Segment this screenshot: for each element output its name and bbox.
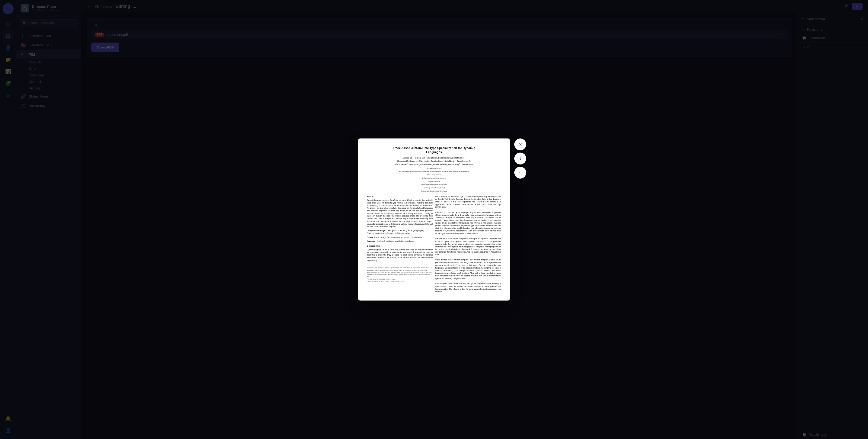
modal-close-button[interactable]: ✕ xyxy=(514,138,526,150)
pdf-categories: Categories and Subject Descriptors D.3.4… xyxy=(367,229,433,235)
pdf-col-1: Abstract Dynamic languages such as JavaS… xyxy=(367,195,433,293)
pdf-affil-4: University of California, Irvine† xyxy=(367,187,501,189)
pdf-col2-text: and is used for the application logic of… xyxy=(435,195,501,293)
pdf-footer-note: Permission to make digital or hard copie… xyxy=(367,265,433,282)
pdf-general-terms: General Terms Design, Experimentation, M… xyxy=(367,236,433,239)
modal-controls: ✕ ↕ ↔ xyxy=(514,138,526,178)
pdf-modal: Trace-based Just-in-Time Type Specializa… xyxy=(358,138,510,301)
pdf-affil-3: Intel Corporation° xyxy=(367,180,501,183)
pdf-affil-3-email: {mohammad.r.haghighat}@intel.com xyxy=(367,183,501,186)
pdf-abstract-heading: Abstract xyxy=(367,195,433,198)
pdf-affil-2-email: {edwsmith,rreitmai}@adobe.com xyxy=(367,177,501,179)
modal-expand-button[interactable]: ↔ xyxy=(514,167,526,178)
pdf-affil-1: Mozilla Corporation* xyxy=(367,167,501,170)
pdf-affil-4-email: {mbebenitc,changm,franz}@uci.edu xyxy=(367,190,501,193)
pdf-intro-text: Dynamic languages such as JavaScript, Py… xyxy=(367,248,433,262)
pdf-col-2: and is used for the application logic of… xyxy=(435,195,501,293)
pdf-columns: Abstract Dynamic languages such as JavaS… xyxy=(367,195,501,293)
modal-fit-button[interactable]: ↕ xyxy=(514,153,526,165)
pdf-modal-overlay[interactable]: Trace-based Just-in-Time Type Specializa… xyxy=(0,0,868,439)
pdf-intro-heading: 1. Introduction xyxy=(367,245,433,248)
pdf-affil-2: Adobe Corporation# xyxy=(367,174,501,176)
pdf-abstract-text: Dynamic languages such as JavaScript are… xyxy=(367,199,433,228)
pdf-paper-title: Trace-based Just-in-Time Type Specializa… xyxy=(367,146,501,155)
pdf-keywords: Keywords JavaScript, just-in-time compil… xyxy=(367,240,433,242)
modal-container: Trace-based Just-in-Time Type Specializa… xyxy=(358,138,510,301)
pdf-authors: Andreas Gal*†, Brendan Eich*, Mike Shave… xyxy=(367,156,501,166)
pdf-paper: Trace-based Just-in-Time Type Specializa… xyxy=(358,138,510,301)
pdf-affil-1-email: {gal,brendan,shaver,danderson,dmandelin,… xyxy=(367,170,501,173)
